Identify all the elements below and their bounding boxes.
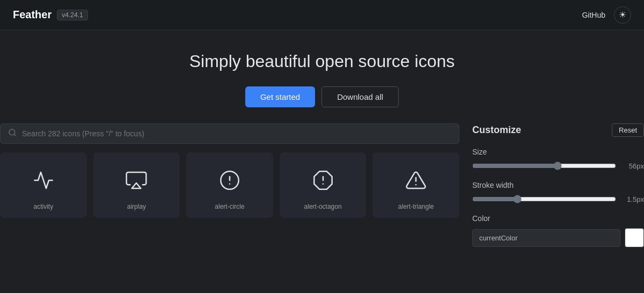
color-input[interactable] — [472, 229, 620, 247]
svg-line-1 — [14, 134, 16, 136]
logo: Feather — [13, 9, 52, 21]
icon-card-alert-triangle[interactable]: alert-triangle — [372, 152, 459, 218]
alert-triangle-icon — [401, 165, 431, 195]
header-right: GitHub ☀ — [582, 6, 631, 24]
color-row — [472, 228, 644, 247]
activity-icon — [28, 165, 58, 195]
size-control: Size 56px — [472, 148, 644, 170]
icons-panel: activity airplay — [0, 123, 459, 293]
main-content: activity airplay — [0, 123, 644, 293]
version-badge: v4.24.1 — [57, 10, 87, 20]
customize-title: Customize — [472, 124, 521, 136]
download-all-button[interactable]: Download all — [321, 86, 399, 107]
svg-marker-2 — [132, 183, 141, 188]
icons-grid: activity airplay — [0, 152, 459, 218]
hero-buttons: Get started Download all — [0, 86, 644, 107]
icon-label-airplay: airplay — [127, 203, 146, 210]
size-label: Size — [472, 148, 644, 156]
sun-icon: ☀ — [619, 10, 626, 20]
hero-title: Simply beautiful open source icons — [0, 52, 644, 71]
alert-octagon-icon — [308, 165, 338, 195]
icon-label-alert-octagon: alert-octagon — [304, 203, 342, 210]
theme-toggle-button[interactable]: ☀ — [614, 6, 631, 24]
stroke-control: Stroke width 1.5px — [472, 181, 644, 203]
customize-header: Customize Reset — [472, 123, 644, 137]
stroke-value: 1.5px — [623, 195, 644, 203]
size-slider[interactable] — [472, 162, 616, 170]
color-swatch[interactable] — [625, 228, 644, 247]
header-left: Feather v4.24.1 — [13, 9, 88, 21]
color-label: Color — [472, 214, 644, 223]
search-icon — [8, 128, 17, 139]
color-control: Color — [472, 214, 644, 247]
alert-circle-icon — [215, 165, 245, 195]
customize-panel: Customize Reset Size 56px Stroke width 1… — [472, 123, 644, 293]
header: Feather v4.24.1 GitHub ☀ — [0, 0, 644, 30]
icon-card-alert-circle[interactable]: alert-circle — [186, 152, 273, 218]
hero-section: Simply beautiful open source icons Get s… — [0, 30, 644, 123]
icon-card-activity[interactable]: activity — [0, 152, 87, 218]
size-slider-row: 56px — [472, 162, 644, 170]
icon-label-alert-circle: alert-circle — [215, 203, 244, 210]
icon-label-activity: activity — [33, 203, 53, 210]
stroke-slider[interactable] — [472, 195, 616, 203]
icon-card-airplay[interactable]: airplay — [93, 152, 180, 218]
search-input[interactable] — [22, 129, 451, 138]
get-started-button[interactable]: Get started — [245, 86, 315, 107]
size-value: 56px — [623, 162, 644, 170]
search-bar — [0, 123, 459, 144]
stroke-slider-row: 1.5px — [472, 195, 644, 203]
icon-card-alert-octagon[interactable]: alert-octagon — [280, 152, 367, 218]
reset-button[interactable]: Reset — [612, 123, 644, 137]
stroke-label: Stroke width — [472, 181, 644, 189]
airplay-icon — [121, 165, 151, 195]
icon-label-alert-triangle: alert-triangle — [398, 203, 434, 210]
github-link[interactable]: GitHub — [582, 11, 605, 19]
